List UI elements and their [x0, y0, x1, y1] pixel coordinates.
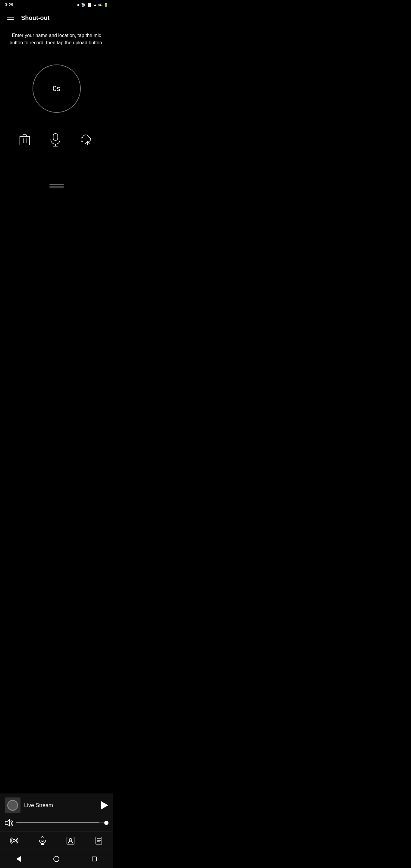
menu-line-1 — [7, 16, 14, 16]
main-content: 0s — [0, 53, 113, 179]
drag-indicator-line-1 — [50, 184, 64, 185]
drag-handle-section — [0, 179, 113, 191]
wifi-icon: ▲ — [93, 3, 97, 7]
network-icon: 4G — [98, 3, 102, 7]
instructions-text: Enter your name and location, tap the mi… — [0, 26, 113, 53]
upload-button[interactable] — [78, 132, 96, 148]
controls-row — [17, 131, 96, 149]
status-time: 3:29 — [5, 2, 13, 7]
menu-button[interactable] — [5, 13, 16, 22]
record-dot-icon: ⏺ — [77, 3, 80, 7]
trash-icon — [19, 134, 30, 146]
upload-icon — [81, 134, 94, 145]
drag-indicator-line-2 — [50, 186, 64, 187]
drag-indicator-line-3 — [50, 187, 64, 188]
battery-icon: 🔋 — [104, 3, 108, 7]
header: Shout-out — [0, 10, 113, 26]
svg-rect-4 — [53, 133, 58, 141]
signal-bar-icon: ▐▌ — [87, 3, 92, 7]
timer-circle: 0s — [33, 64, 81, 113]
delete-button[interactable] — [17, 131, 33, 148]
svg-rect-0 — [20, 136, 29, 145]
menu-line-2 — [7, 18, 14, 18]
mic-icon — [50, 133, 61, 147]
mic-button[interactable] — [48, 131, 63, 149]
page-title: Shout-out — [21, 14, 50, 22]
status-bar: 3:29 ⏺ 📡 ▐▌ ▲ 4G 🔋 — [0, 0, 113, 10]
cast-icon: 📡 — [81, 3, 86, 7]
status-icons: ⏺ 📡 ▐▌ ▲ 4G 🔋 — [77, 3, 108, 7]
menu-line-3 — [7, 19, 14, 20]
timer-display: 0s — [53, 84, 60, 93]
